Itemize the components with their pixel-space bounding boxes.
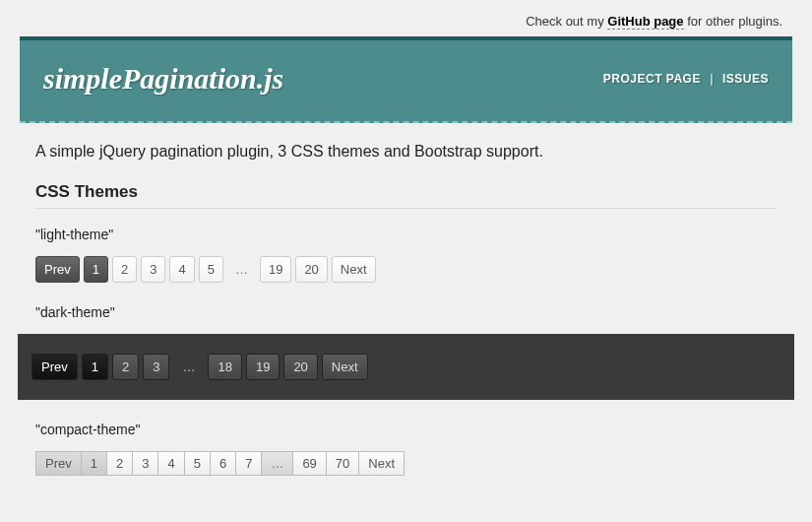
compact-page-3[interactable]: 3: [133, 452, 158, 475]
compact-ellipsis: …: [262, 452, 293, 475]
compact-page-1[interactable]: 1: [82, 452, 107, 475]
dark-page-20[interactable]: 20: [283, 354, 317, 380]
dark-ellipsis: …: [173, 355, 204, 379]
content: A simple jQuery pagination plugin, 3 CSS…: [0, 123, 812, 517]
compact-page-4[interactable]: 4: [158, 452, 184, 475]
dark-pagination: Prev123…181920Next: [31, 354, 781, 380]
nav-separator: |: [710, 72, 713, 86]
dark-page-19[interactable]: 19: [246, 354, 280, 380]
dark-page-1[interactable]: 1: [82, 354, 108, 380]
top-notice: Check out my GitHub page for other plugi…: [0, 0, 812, 36]
light-page-2[interactable]: 2: [112, 256, 137, 283]
compact-pagination: Prev1234567…6970Next: [35, 451, 405, 476]
dark-theme-label: "dark-theme": [35, 304, 777, 320]
compact-page-70[interactable]: 70: [327, 452, 359, 475]
light-page-4[interactable]: 4: [169, 256, 194, 283]
compact-page-6[interactable]: 6: [211, 452, 236, 475]
dark-page-3[interactable]: 3: [143, 354, 169, 380]
dark-page-2[interactable]: 2: [112, 354, 139, 380]
compact-theme-label: "compact-theme": [35, 422, 777, 437]
description: A simple jQuery pagination plugin, 3 CSS…: [35, 143, 777, 161]
page-title: simplePagination.js: [43, 62, 283, 96]
dark-prev-button[interactable]: Prev: [31, 354, 78, 380]
top-notice-post: for other plugins.: [684, 14, 782, 29]
compact-page-69[interactable]: 69: [293, 452, 326, 475]
light-theme-label: "light-theme": [35, 227, 777, 242]
light-pagination: Prev12345…1920Next: [35, 256, 777, 283]
compact-page-7[interactable]: 7: [236, 452, 262, 475]
light-next-button[interactable]: Next: [332, 256, 376, 283]
light-prev-button[interactable]: Prev: [35, 256, 80, 283]
header: simplePagination.js PROJECT PAGE | ISSUE…: [20, 36, 792, 123]
nav-project-page[interactable]: PROJECT PAGE: [603, 72, 701, 86]
section-title: CSS Themes: [35, 182, 777, 209]
light-page-19[interactable]: 19: [260, 256, 291, 283]
compact-page-2[interactable]: 2: [107, 452, 133, 475]
header-nav: PROJECT PAGE | ISSUES: [603, 72, 769, 86]
light-page-20[interactable]: 20: [295, 256, 327, 283]
compact-page-5[interactable]: 5: [185, 452, 211, 475]
light-page-5[interactable]: 5: [199, 256, 223, 283]
compact-prev-button[interactable]: Prev: [36, 452, 82, 475]
dark-pagination-wrap: Prev123…181920Next: [18, 334, 794, 400]
light-page-1[interactable]: 1: [84, 256, 108, 283]
light-page-3[interactable]: 3: [141, 256, 165, 283]
github-link[interactable]: GitHub page: [607, 14, 683, 30]
nav-issues[interactable]: ISSUES: [722, 72, 769, 86]
compact-next-button[interactable]: Next: [359, 452, 404, 475]
top-notice-pre: Check out my: [526, 14, 607, 29]
light-ellipsis: …: [227, 257, 256, 282]
dark-next-button[interactable]: Next: [322, 354, 368, 380]
dark-page-18[interactable]: 18: [208, 354, 241, 380]
